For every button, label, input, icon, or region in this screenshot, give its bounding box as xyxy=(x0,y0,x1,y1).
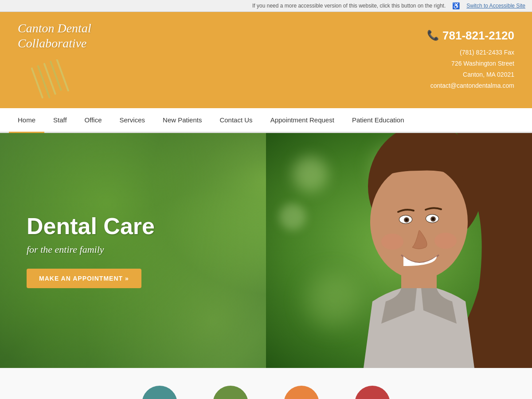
logo-line2: Collaborative xyxy=(18,36,87,50)
accessibility-message: If you need a more accessible version of… xyxy=(252,3,446,9)
hero-title: Dental Care xyxy=(27,213,155,239)
nav-item-patient-education[interactable]: Patient Education xyxy=(343,108,413,133)
logo-line1: Canton Dental xyxy=(18,21,91,35)
header: Canton Dental Collaborative 📞 xyxy=(0,12,532,108)
phone-text: 781-821-2120 xyxy=(442,29,514,43)
accessibility-icon: ♿ xyxy=(452,2,460,9)
navbar: HomeStaffOfficeServicesNew PatientsConta… xyxy=(0,108,532,133)
svg-point-16 xyxy=(381,234,403,250)
person-svg xyxy=(319,133,532,368)
circle-green xyxy=(213,386,248,399)
logo-area: Canton Dental Collaborative xyxy=(18,21,142,99)
hero-subtitle: for the entire family xyxy=(27,244,155,255)
logo-instruments xyxy=(18,59,71,99)
svg-point-15 xyxy=(432,218,434,220)
accessible-site-link[interactable]: Switch to Accessible Site xyxy=(466,3,525,9)
circle-item-3 xyxy=(284,386,319,399)
contact-area: 📞 781-821-2120 (781) 821-2433 Fax 726 Wa… xyxy=(142,29,514,92)
svg-point-14 xyxy=(405,219,408,221)
hero-image-area xyxy=(266,133,532,368)
hero-content: Dental Care for the entire family MAKE A… xyxy=(27,213,155,288)
phone-number: 📞 781-821-2120 xyxy=(427,29,514,43)
nav-item-office[interactable]: Office xyxy=(76,108,111,133)
address-line2: Canton, MA 02021 xyxy=(430,69,514,80)
nav-item-new-patients[interactable]: New Patients xyxy=(154,108,211,133)
svg-point-17 xyxy=(434,233,457,249)
phone-icon: 📞 xyxy=(427,30,439,41)
circle-item-2 xyxy=(213,386,248,399)
address-line1: 726 Washington Street xyxy=(430,58,514,69)
circle-item-4 xyxy=(355,386,390,399)
hero-section: Dental Care for the entire family MAKE A… xyxy=(0,133,532,368)
logo-text: Canton Dental Collaborative xyxy=(18,21,91,51)
nav-item-staff[interactable]: Staff xyxy=(44,108,76,133)
cta-button[interactable]: MAKE AN APPOINTMENT » xyxy=(27,269,141,288)
circle-teal xyxy=(142,386,177,399)
email-address: contact@cantondentalma.com xyxy=(430,80,514,91)
bottom-section xyxy=(0,368,532,399)
fax-number: (781) 821-2433 Fax xyxy=(430,47,514,58)
circle-orange xyxy=(284,386,319,399)
nav-item-appointment-request[interactable]: Appointment Request xyxy=(262,108,343,133)
nav-item-contact-us[interactable]: Contact Us xyxy=(211,108,261,133)
nav-item-home[interactable]: Home xyxy=(9,108,44,133)
contact-details: (781) 821-2433 Fax 726 Washington Street… xyxy=(430,47,514,92)
circle-red xyxy=(355,386,390,399)
nav-item-services[interactable]: Services xyxy=(111,108,154,133)
accessibility-bar: If you need a more accessible version of… xyxy=(0,0,532,12)
instruments-svg xyxy=(18,59,71,104)
circle-item-1 xyxy=(142,386,177,399)
